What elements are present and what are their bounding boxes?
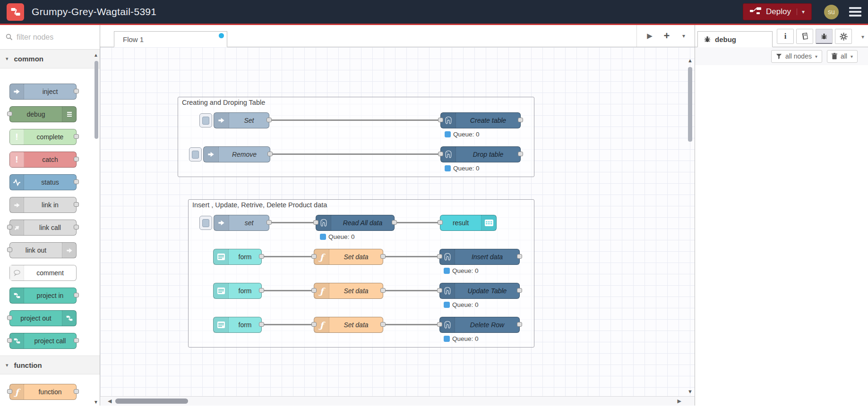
node-postgres-update-table[interactable]: Update Table <box>439 283 520 299</box>
canvas-hscroll-thumb[interactable] <box>115 399 188 404</box>
debug-message-list[interactable] <box>695 65 868 406</box>
input-port[interactable] <box>7 111 12 116</box>
palette-node-function[interactable]: ƒ function <box>9 384 77 400</box>
inject-button[interactable] <box>199 113 212 127</box>
palette-node-debug[interactable]: debug <box>9 106 77 122</box>
node-form-3[interactable]: form <box>213 317 262 333</box>
palette-node-complete[interactable]: ! complete <box>9 129 77 145</box>
input-port[interactable] <box>7 338 12 343</box>
node-inject-remove[interactable]: Remove <box>203 146 270 162</box>
node-debug-result[interactable]: result <box>440 215 497 231</box>
node-form-1[interactable]: form <box>213 249 262 265</box>
canvas-vertical-scrollbar[interactable]: ▲ ▼ <box>686 47 694 396</box>
canvas-horizontal-scrollbar[interactable]: ◀ ▶ <box>100 396 695 406</box>
group-creating-dropping-table[interactable]: Creating and Droping Table <box>178 97 534 177</box>
palette-node-inject[interactable]: inject <box>9 84 77 100</box>
flow-canvas[interactable]: Creating and Droping Table Insert , Upda… <box>100 47 695 396</box>
node-postgres-create-table[interactable]: Create table <box>440 112 521 128</box>
node-postgres-delete-row[interactable]: Delete Row <box>439 317 520 333</box>
input-port[interactable] <box>311 254 317 259</box>
input-port[interactable] <box>7 315 12 320</box>
output-port[interactable] <box>74 157 79 161</box>
wire[interactable] <box>263 324 315 325</box>
input-port[interactable] <box>311 288 317 293</box>
canvas-vscroll-thumb[interactable] <box>688 67 692 142</box>
node-postgres-read-all-data[interactable]: Read All data <box>316 215 395 231</box>
palette-node-link-call[interactable]: link call <box>9 220 77 236</box>
output-port[interactable] <box>259 322 264 327</box>
debug-tab-button[interactable] <box>816 29 833 44</box>
output-port[interactable] <box>517 254 522 259</box>
output-port[interactable] <box>518 118 523 122</box>
node-function-set-data-3[interactable]: ƒ Set data <box>314 317 383 333</box>
output-port[interactable] <box>74 225 79 229</box>
output-port[interactable] <box>380 322 386 327</box>
next-tab-icon[interactable]: ▶ <box>645 32 655 40</box>
deploy-options-caret-icon[interactable]: ▾ <box>797 8 805 15</box>
output-port[interactable] <box>392 220 397 225</box>
inject-button[interactable] <box>189 147 202 161</box>
wire[interactable] <box>396 222 441 223</box>
input-port[interactable] <box>311 322 317 327</box>
input-port[interactable] <box>437 288 442 293</box>
wire[interactable] <box>272 153 439 155</box>
node-function-set-data-1[interactable]: ƒ Set data <box>314 249 383 265</box>
wire[interactable] <box>271 222 317 223</box>
wire[interactable] <box>385 290 440 291</box>
output-port[interactable] <box>259 254 264 259</box>
input-port[interactable] <box>437 322 442 327</box>
palette-node-link-in[interactable]: link in <box>9 197 77 213</box>
output-port[interactable] <box>74 89 79 93</box>
flow-list-caret-icon[interactable]: ▾ <box>679 33 689 39</box>
palette-node-comment[interactable]: comment <box>9 265 77 281</box>
input-port[interactable] <box>7 247 12 252</box>
node-inject-set-lower[interactable]: set <box>214 215 269 231</box>
node-inject-set[interactable]: Set <box>214 112 269 128</box>
input-port[interactable] <box>313 220 318 225</box>
output-port[interactable] <box>74 179 79 184</box>
palette-node-link-out[interactable]: link out <box>9 242 77 258</box>
tab-flow-1[interactable]: Flow 1 <box>114 31 227 47</box>
wire[interactable] <box>385 324 440 325</box>
output-port[interactable] <box>266 118 272 122</box>
palette-scrollbar[interactable]: ▲ ▼ <box>93 51 100 406</box>
input-port[interactable] <box>7 389 12 394</box>
output-port[interactable] <box>266 220 272 225</box>
sidebar-menu-caret-icon[interactable]: ▾ <box>861 34 864 40</box>
output-port[interactable] <box>259 288 264 293</box>
debug-filter-button[interactable]: all nodes ▾ <box>771 50 822 63</box>
palette-category-function[interactable]: ▾ function <box>0 356 100 374</box>
tab-debug[interactable]: debug <box>697 31 773 47</box>
deploy-button[interactable]: Deploy ▾ <box>743 3 812 20</box>
node-form-2[interactable]: form <box>213 283 262 299</box>
config-nodes-tab-button[interactable] <box>835 29 852 44</box>
palette-node-project-in[interactable]: project in <box>9 288 77 304</box>
info-tab-button[interactable]: i <box>777 29 794 44</box>
palette-node-project-out[interactable]: project out <box>9 310 77 326</box>
output-port[interactable] <box>517 288 522 293</box>
scroll-up-icon[interactable]: ▲ <box>94 52 98 58</box>
scroll-right-icon[interactable]: ▶ <box>678 398 681 404</box>
help-tab-button[interactable] <box>796 29 813 44</box>
scroll-down-icon[interactable]: ▼ <box>688 389 693 394</box>
wire[interactable] <box>271 119 439 121</box>
output-port[interactable] <box>74 202 79 207</box>
node-postgres-drop-table[interactable]: Drop table <box>440 146 521 162</box>
output-port[interactable] <box>380 288 386 293</box>
palette-node-status[interactable]: status <box>9 174 77 190</box>
output-port[interactable] <box>74 389 79 394</box>
output-port[interactable] <box>517 322 522 327</box>
scroll-down-icon[interactable]: ▼ <box>94 399 98 405</box>
input-port[interactable] <box>438 152 443 156</box>
user-avatar[interactable]: su <box>824 5 839 19</box>
wire[interactable] <box>385 256 440 257</box>
output-port[interactable] <box>74 293 79 297</box>
inject-button[interactable] <box>199 216 212 230</box>
input-port[interactable] <box>437 254 442 259</box>
scroll-left-icon[interactable]: ◀ <box>108 398 112 404</box>
palette-category-common[interactable]: ▾ common <box>0 50 100 68</box>
palette-node-catch[interactable]: ! catch <box>9 152 77 168</box>
input-port[interactable] <box>7 225 12 229</box>
node-function-set-data-2[interactable]: ƒ Set data <box>314 283 383 299</box>
scroll-up-icon[interactable]: ▲ <box>688 58 693 63</box>
